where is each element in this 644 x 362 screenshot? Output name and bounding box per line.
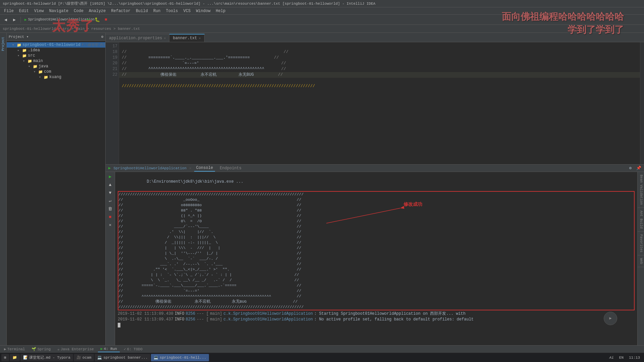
console-area: ▶ ▲ ▼ ↵ 🗑 ■ ✕ D:\Environment\jdk8\jdk\bi…: [106, 172, 644, 345]
gear-icon[interactable]: ⚙: [101, 35, 103, 39]
taskbar-ai-label[interactable]: Ai: [607, 356, 616, 360]
menu-file[interactable]: File: [1, 9, 16, 13]
tab-label-app-props: application.properties: [109, 36, 162, 41]
forward-button[interactable]: ▶: [11, 16, 18, 23]
menu-help[interactable]: Help: [213, 9, 228, 13]
tree-com[interactable]: ▾ 📁 com: [7, 69, 105, 74]
run-icon-small: ▶: [108, 166, 111, 171]
log-ts-2: 2019-11-02 11:13:09.437: [118, 317, 173, 322]
toolbar-sep-1: [20, 17, 21, 23]
terminal-tab[interactable]: ▶ Terminal: [1, 346, 28, 352]
stop-button[interactable]: ■: [102, 16, 110, 23]
editor-area: application.properties ✕ banner.txt ✕ 17…: [106, 33, 644, 345]
wrap-button[interactable]: ↵: [107, 197, 114, 204]
bottom-section: ▶ Springboot01HelloworldApplication ✕ Co…: [106, 164, 644, 345]
menu-window[interactable]: Window: [193, 9, 213, 13]
scroll-up-button[interactable]: ▲: [107, 181, 114, 188]
title-text: springboot-01-helloworld [F:\级管理\西开 [195…: [3, 1, 375, 6]
taskbar-springboot-banner[interactable]: 💻 springboot banner...: [95, 354, 150, 361]
run-bar: ▶ Springboot01HelloworldApplication ✕ Co…: [106, 165, 644, 172]
log-pid-1: 8256: [185, 311, 195, 317]
rerun-button[interactable]: ▶: [107, 173, 114, 180]
tab-banner-txt[interactable]: banner.txt ✕: [169, 34, 204, 42]
windows-icon: ⊞: [4, 355, 6, 360]
tree-root[interactable]: ▾ 📁 springboot-01-helloworld F:\级管理\西开 […: [7, 42, 105, 48]
tab-close-banner[interactable]: ✕: [199, 36, 201, 40]
clear-button[interactable]: 🗑: [107, 205, 114, 212]
todo-tab[interactable]: ✓ 6: TODO: [121, 346, 145, 352]
ant-build-tab[interactable]: Ant Build: [638, 208, 644, 232]
left-panel-tabs: Project: [0, 33, 7, 345]
console-output[interactable]: D:\Environment\jdk8\jdk\bin\java.exe ...…: [115, 172, 637, 345]
console-tab[interactable]: Console: [194, 165, 215, 172]
debug-button[interactable]: 🐛: [94, 16, 101, 23]
close-console-button[interactable]: ✕: [107, 222, 114, 228]
menu-analyze[interactable]: Analyze: [86, 9, 108, 13]
bottom-tool-tabs: ▶ Terminal 🌱 Spring ☕ Java Enterprise ▶ …: [0, 345, 644, 353]
menu-code[interactable]: Code: [71, 9, 86, 13]
run-label-bottom: 4: Run: [104, 347, 117, 351]
taskbar-clock: 11:13: [626, 356, 643, 360]
tab-close-app-props[interactable]: ✕: [164, 36, 166, 40]
taskbar: ⊞ 📁 📝 课堂笔记.md - Typora 🎥 ocam 💻 springbo…: [0, 353, 644, 362]
run-config-dropdown[interactable]: ▶ Springboot01HelloworldApplication: [23, 16, 84, 23]
scroll-down-button[interactable]: ▼: [107, 189, 114, 196]
pin-icon[interactable]: 📌: [636, 166, 641, 171]
todo-label: 6: TODO: [127, 347, 143, 351]
taskbar-lang[interactable]: EN: [617, 356, 626, 360]
log-lvl-1: INFO: [175, 311, 184, 317]
spring-icon: 🌱: [32, 347, 36, 351]
log-msg-1: : Starting Springboot01HelloworldApplica…: [314, 311, 466, 317]
editor-tabs: application.properties ✕ banner.txt ✕: [106, 33, 644, 42]
floating-run-button[interactable]: ▶: [604, 312, 617, 325]
back-button[interactable]: ◀: [2, 16, 9, 23]
run-app-label[interactable]: Springboot01HelloworldApplication: [113, 166, 186, 170]
taskbar-ocam[interactable]: 🎥 ocam: [74, 354, 94, 361]
cursor-line: [118, 323, 120, 327]
endpoints-tab[interactable]: Endpoints: [218, 165, 244, 171]
project-label: Project ▾: [9, 35, 29, 39]
menu-view[interactable]: View: [32, 9, 47, 13]
log-msg-2: : No active profile set, falling back to…: [314, 317, 474, 322]
menu-navigate[interactable]: Navigate: [46, 9, 71, 13]
code-area[interactable]: // // // =========`.____._._________.___…: [119, 42, 640, 164]
java-label: Java Enterprise: [61, 347, 94, 351]
tree-src[interactable]: ▾ 📁 src: [7, 53, 105, 58]
log-line-2: 2019-11-02 11:13:09.437 INFO 8256 --- [ …: [118, 317, 635, 322]
project-header[interactable]: Project ▾ ⚙: [7, 33, 105, 41]
menu-tools[interactable]: Tools: [163, 9, 181, 13]
java-icon: ☕: [57, 347, 60, 351]
taskbar-typora[interactable]: 📝 课堂笔记.md - Typora: [20, 354, 73, 361]
favorites-tab[interactable]: Favorites: [638, 232, 644, 255]
tree-idea[interactable]: ▸ 📁 .idea: [7, 48, 105, 53]
ascii-art-box: ////////////////////////////////////////…: [118, 191, 635, 310]
springboot1-label: springboot banner...: [103, 356, 148, 360]
run-tab-bottom[interactable]: ▶ 4: Run: [98, 346, 120, 352]
right-gutter: [640, 42, 644, 164]
nav-bar: springboot-01-helloworld > src > main > …: [0, 25, 644, 33]
tab-application-properties[interactable]: application.properties ✕: [106, 34, 169, 42]
tree-main[interactable]: ▾ 📁 main: [7, 58, 105, 64]
tree-kuang[interactable]: ▾ 📁 kuang: [7, 74, 105, 80]
run-button[interactable]: ▶: [85, 16, 92, 23]
menu-refactor[interactable]: Refactor: [108, 9, 133, 13]
project-tab[interactable]: Project: [0, 34, 6, 54]
taskbar-start-button[interactable]: ⊞: [1, 354, 9, 361]
run-tab-separator: ✕: [189, 166, 192, 170]
taskbar-springboot-hello[interactable]: 💻 springboot-01-hell...: [151, 354, 209, 361]
menu-edit[interactable]: Edit: [16, 9, 32, 13]
taskbar-file-explorer[interactable]: 📁: [10, 354, 20, 361]
java-enterprise-tab[interactable]: ☕ Java Enterprise: [55, 346, 97, 352]
log-ts-1: 2019-11-02 11:13:09.430: [118, 311, 173, 317]
spring-tab[interactable]: 🌱 Spring: [29, 346, 53, 352]
stop-run-button[interactable]: ■: [107, 214, 114, 220]
menu-build[interactable]: Build: [133, 9, 151, 13]
menu-vcs[interactable]: VCS: [181, 9, 194, 13]
tree-java[interactable]: ▾ 📁 java: [7, 64, 105, 69]
settings-icon[interactable]: ⚙: [629, 166, 632, 171]
todo-icon: ✓: [124, 347, 126, 351]
menu-run[interactable]: Run: [151, 9, 163, 13]
bean-validation-tab[interactable]: Bean Validation: [638, 172, 644, 208]
run-config-name: Springboot01HelloworldApplication: [28, 18, 95, 21]
web-tab[interactable]: Web: [638, 255, 644, 267]
